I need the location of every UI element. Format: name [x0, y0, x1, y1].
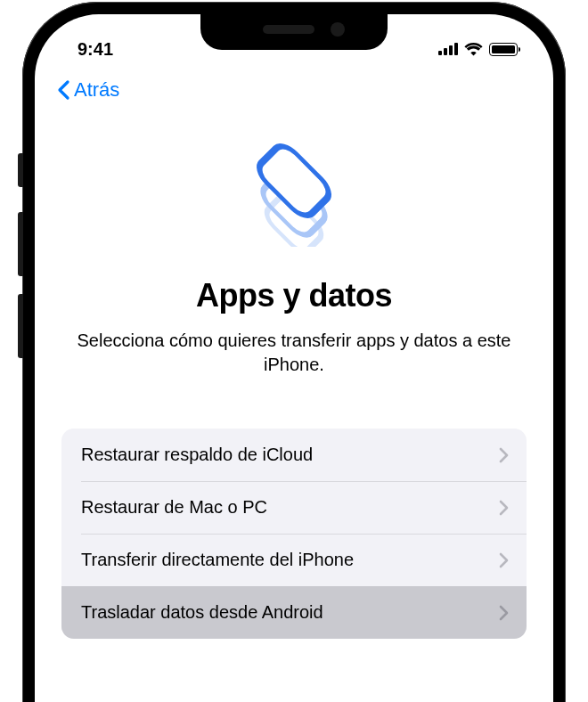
cellular-signal-icon: [438, 43, 458, 55]
nav-bar: Atrás: [35, 66, 553, 104]
chevron-right-icon: [499, 447, 509, 463]
transfer-options-list: Restaurar respaldo de iCloudRestaurar de…: [61, 429, 527, 639]
option-label: Trasladar datos desde Android: [81, 602, 323, 623]
page-title: Apps y datos: [61, 277, 527, 314]
back-label: Atrás: [74, 78, 119, 102]
content: Apps y datos Selecciona cómo quieres tra…: [35, 104, 553, 639]
back-button[interactable]: Atrás: [56, 78, 119, 102]
wifi-icon: [464, 43, 483, 56]
transfer-option[interactable]: Transferir directamente del iPhone: [61, 534, 527, 586]
option-label: Restaurar respaldo de iCloud: [81, 445, 313, 465]
status-time: 9:41: [78, 39, 113, 60]
transfer-option[interactable]: Restaurar respaldo de iCloud: [61, 429, 527, 481]
transfer-option[interactable]: Restaurar de Mac o PC: [61, 481, 527, 534]
phone-physical-buttons: [18, 153, 23, 376]
phone-frame: 9:41 Atrás: [22, 2, 566, 702]
battery-icon: [489, 43, 518, 56]
chevron-right-icon: [499, 605, 509, 621]
screen: 9:41 Atrás: [35, 14, 553, 702]
option-label: Restaurar de Mac o PC: [81, 497, 267, 518]
apps-data-stack-icon: [61, 142, 527, 247]
option-label: Transferir directamente del iPhone: [81, 550, 354, 570]
notch: [200, 14, 388, 50]
chevron-right-icon: [499, 500, 509, 516]
transfer-option[interactable]: Trasladar datos desde Android: [61, 586, 527, 639]
chevron-right-icon: [499, 552, 509, 568]
status-indicators: [438, 43, 518, 56]
chevron-left-icon: [56, 79, 70, 101]
page-subtitle: Selecciona cómo quieres transferir apps …: [61, 329, 527, 377]
